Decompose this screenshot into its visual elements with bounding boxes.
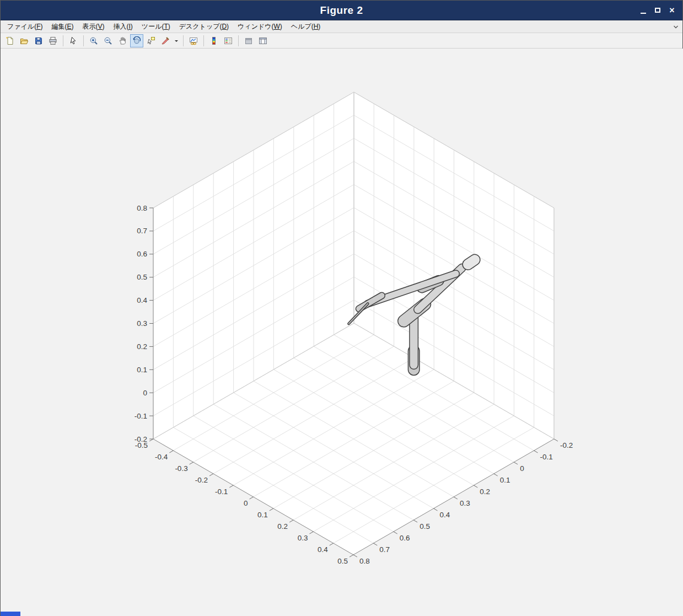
svg-text:0.7: 0.7	[137, 227, 147, 235]
hand-icon	[118, 36, 127, 45]
hide-plot-tools-icon	[244, 36, 253, 45]
insert-legend-button[interactable]	[222, 34, 235, 47]
svg-text:-0.1: -0.1	[215, 488, 228, 496]
svg-text:0.2: 0.2	[277, 522, 288, 531]
svg-text:-0.2: -0.2	[195, 476, 208, 484]
svg-text:0: 0	[244, 499, 248, 507]
save-figure-button[interactable]	[32, 34, 45, 47]
toolbar-separator	[183, 35, 184, 46]
menu-tools-label: ツール	[142, 23, 162, 30]
taskbar-fragment	[1, 612, 20, 616]
rotate-3d-button[interactable]	[130, 34, 143, 47]
menu-view-label: 表示	[82, 23, 95, 30]
printer-icon	[49, 36, 57, 45]
menubar-overflow-icon[interactable]	[673, 23, 679, 33]
svg-text:0.2: 0.2	[480, 488, 490, 496]
legend-icon	[224, 36, 233, 45]
svg-text:0.3: 0.3	[298, 534, 308, 542]
menu-window-label: ウィンドウ	[238, 23, 271, 30]
toolbar-separator	[238, 35, 239, 46]
svg-text:0.3: 0.3	[137, 319, 147, 328]
svg-text:-0.2: -0.2	[560, 441, 573, 449]
maximize-icon	[655, 8, 660, 13]
svg-text:0.5: 0.5	[337, 557, 348, 565]
svg-text:0.6: 0.6	[400, 534, 410, 542]
hide-plot-tools-button[interactable]	[242, 34, 255, 47]
svg-text:-0.1: -0.1	[135, 412, 147, 420]
menu-tools[interactable]: ツールT	[137, 20, 175, 33]
svg-text:0: 0	[143, 389, 147, 397]
svg-text:-0.2: -0.2	[135, 435, 147, 443]
svg-text:0.5: 0.5	[137, 273, 147, 281]
new-document-icon	[6, 36, 14, 45]
menu-edit[interactable]: 編集E	[47, 20, 78, 33]
menu-insert-label: 挿入	[114, 23, 127, 30]
pan-button[interactable]	[116, 34, 129, 47]
menu-file-label: ファイル	[7, 23, 34, 30]
maximize-button[interactable]	[650, 4, 665, 17]
menu-view[interactable]: 表示V	[78, 20, 109, 33]
svg-text:0.4: 0.4	[318, 545, 328, 554]
pointer-arrow-icon	[69, 36, 78, 45]
close-button[interactable]: ×	[665, 4, 679, 17]
svg-text:0.5: 0.5	[420, 522, 430, 531]
axes-3d-plot[interactable]: -0.5-0.4-0.3-0.2-0.100.10.20.30.40.5-0.2…	[1, 49, 683, 616]
print-figure-button[interactable]	[46, 34, 60, 47]
figure-canvas: -0.5-0.4-0.3-0.2-0.100.10.20.30.40.5-0.2…	[1, 49, 683, 616]
svg-text:0.4: 0.4	[440, 511, 450, 519]
minimize-button[interactable]	[636, 4, 650, 17]
zoom-in-button[interactable]	[87, 34, 100, 47]
link-plot-icon	[189, 36, 198, 45]
show-plot-tools-icon	[259, 36, 267, 45]
open-folder-icon	[20, 36, 29, 45]
rotate-3d-icon	[132, 36, 141, 45]
svg-text:0.1: 0.1	[500, 476, 510, 484]
brush-data-button[interactable]	[159, 34, 172, 47]
new-figure-button[interactable]	[3, 34, 17, 47]
menu-bar: ファイルF 編集E 表示V 挿入I ツールT デスクトップD ウィンドウW ヘル…	[1, 20, 682, 33]
colorbar-icon	[209, 36, 218, 45]
svg-text:0.7: 0.7	[379, 545, 390, 554]
data-cursor-icon	[147, 36, 155, 45]
brush-options-button[interactable]	[173, 34, 180, 47]
menu-file[interactable]: ファイルF	[3, 20, 47, 33]
zoom-out-icon	[104, 36, 112, 45]
toolbar-separator	[63, 35, 63, 46]
link-plot-button[interactable]	[187, 34, 200, 47]
svg-text:0.4: 0.4	[137, 296, 147, 304]
svg-text:0.6: 0.6	[137, 250, 147, 258]
window-controls: ×	[636, 1, 679, 20]
insert-colorbar-button[interactable]	[207, 34, 221, 47]
menu-desktop-label: デスクトップ	[179, 23, 220, 30]
menu-help-label: ヘルプ	[291, 23, 311, 30]
menu-help[interactable]: ヘルプH	[287, 20, 325, 33]
edit-plot-button[interactable]	[67, 34, 80, 47]
minimize-icon	[641, 13, 646, 14]
svg-text:0.2: 0.2	[137, 342, 147, 351]
brush-icon	[161, 36, 170, 45]
open-file-button[interactable]	[18, 34, 31, 47]
toolbar-separator	[203, 35, 204, 46]
save-floppy-icon	[34, 36, 43, 45]
chevron-down-icon	[174, 36, 179, 45]
menu-desktop[interactable]: デスクトップD	[175, 20, 233, 33]
zoom-out-button[interactable]	[101, 34, 115, 47]
svg-text:0: 0	[520, 464, 524, 473]
svg-text:0.8: 0.8	[359, 557, 370, 565]
svg-text:0.8: 0.8	[137, 204, 147, 212]
toolbar	[1, 33, 682, 49]
title-bar[interactable]: Figure 2 ×	[1, 1, 682, 20]
show-plot-tools-button[interactable]	[256, 34, 270, 47]
zoom-in-icon	[89, 36, 98, 45]
figure-window: Figure 2 × ファイルF 編集E 表示V 挿入I ツールT デスクトップ…	[0, 0, 683, 616]
close-icon: ×	[669, 6, 674, 15]
svg-text:-0.3: -0.3	[175, 464, 187, 473]
data-cursor-button[interactable]	[144, 34, 158, 47]
menu-insert[interactable]: 挿入I	[109, 20, 137, 33]
svg-text:-0.4: -0.4	[155, 453, 168, 461]
toolbar-separator	[83, 35, 84, 46]
svg-text:0.1: 0.1	[257, 511, 268, 519]
menu-window[interactable]: ウィンドウW	[233, 20, 287, 33]
svg-text:-0.1: -0.1	[540, 453, 553, 461]
svg-text:0.3: 0.3	[460, 499, 470, 507]
